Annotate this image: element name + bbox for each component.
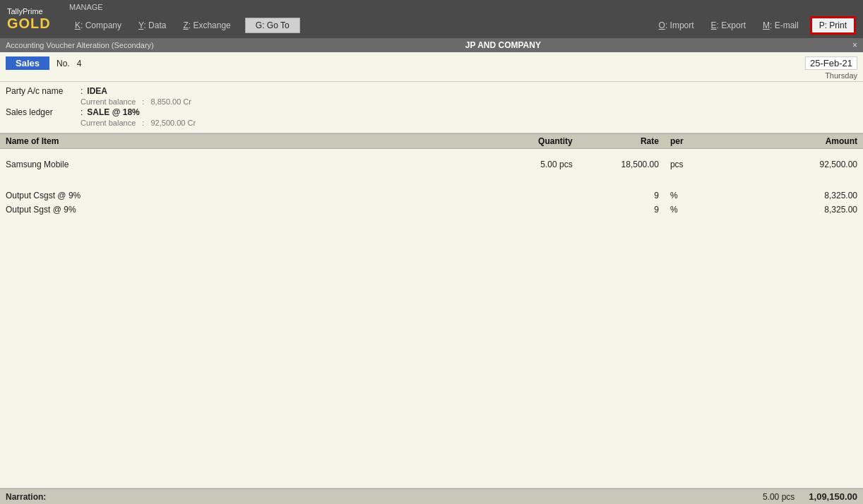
sub-header-left: Accounting Voucher Alteration (Secondary… [6, 41, 154, 49]
menu-data[interactable]: Y: Data [130, 18, 174, 33]
close-button[interactable]: × [852, 40, 857, 50]
brand-tally: TallyPrime [7, 7, 56, 16]
menu-bar: K: Company Y: Data Z: Exchange G: Go To … [64, 13, 863, 38]
sales-balance-row: Current balance : 92,500.00 Cr [81, 119, 857, 127]
sub-header: Accounting Voucher Alteration (Secondary… [0, 38, 863, 52]
items-table-container: Name of Item Quantity Rate per Amount Sa… [0, 133, 863, 488]
col-qty: Quantity [475, 134, 578, 149]
footer-bar: Narration: 5.00 pcs 1,09,150.00 [0, 488, 863, 504]
voucher-no-value: 4 [77, 59, 82, 68]
tax-rate: 9 [578, 203, 665, 217]
party-section: Party A/c name : IDEA Current balance : … [0, 82, 863, 133]
item-qty: 5.00 pcs [475, 157, 578, 172]
sales-ledger-value: SALE @ 18% [87, 107, 139, 117]
item-per: pcs [665, 157, 708, 172]
party-balance-value: 8,850.00 Cr [150, 97, 191, 106]
tax-per: % [665, 188, 708, 203]
party-balance-label: Current balance [81, 97, 136, 106]
items-table: Name of Item Quantity Rate per Amount Sa… [0, 133, 863, 217]
footer-total-qty: 5.00 pcs [763, 492, 794, 502]
tax-rate: 9 [578, 188, 665, 203]
menu-email[interactable]: M: E-mail [754, 18, 807, 33]
sales-balance-value: 92,500.00 Cr [150, 119, 196, 127]
tax-name: Output Csgst @ 9% [0, 188, 475, 203]
tax-amount: 8,325.00 [708, 203, 863, 217]
item-name: Samsung Mobile [0, 157, 475, 172]
top-bar: TallyPrime GOLD MANAGE K: Company Y: Dat… [0, 0, 863, 38]
menu-exchange[interactable]: Z: Exchange [174, 18, 239, 33]
sales-ledger-label: Sales ledger [6, 107, 76, 117]
col-rate: Rate [578, 134, 665, 149]
tax-row-csgst: Output Csgst @ 9% 9 % 8,325.00 [0, 188, 863, 203]
menu-company[interactable]: K: Company [66, 18, 130, 33]
manage-label: MANAGE [64, 0, 863, 13]
party-value: IDEA [87, 86, 107, 96]
voucher-header: Sales No. 4 25-Feb-21 Thursday [0, 52, 863, 82]
col-per: per [665, 134, 708, 149]
voucher-type-row: Sales No. 4 [6, 56, 81, 70]
table-row: Samsung Mobile 5.00 pcs 18,500.00 pcs 92… [0, 157, 863, 172]
logo-section: TallyPrime GOLD [0, 0, 64, 38]
item-rate: 18,500.00 [578, 157, 665, 172]
menu-import[interactable]: O: Import [650, 18, 703, 33]
footer-right: 5.00 pcs 1,09,150.00 [763, 491, 857, 502]
voucher-date: 25-Feb-21 [805, 56, 857, 70]
voucher-day: Thursday [805, 71, 857, 80]
col-amount: Amount [708, 134, 863, 149]
voucher-no-label: No. 4 [56, 59, 81, 68]
company-name: JP AND COMPANY [465, 40, 541, 50]
menu-right: O: Import E: Export M: E-mail P: Print [650, 16, 860, 35]
table-header: Name of Item Quantity Rate per Amount [0, 134, 863, 149]
narration-label: Narration: [6, 492, 46, 502]
voucher-date-section: 25-Feb-21 Thursday [805, 56, 857, 80]
sales-ledger-row: Sales ledger : SALE @ 18% [6, 107, 857, 117]
main-content: Sales No. 4 25-Feb-21 Thursday Party A/c… [0, 52, 863, 504]
table-body: Samsung Mobile 5.00 pcs 18,500.00 pcs 92… [0, 149, 863, 217]
tax-amount: 8,325.00 [708, 188, 863, 203]
menu-export[interactable]: E: Export [703, 18, 754, 33]
sales-balance-label: Current balance [81, 119, 136, 127]
print-button[interactable]: P: Print [810, 16, 856, 35]
tax-name: Output Sgst @ 9% [0, 203, 475, 217]
party-balance-row: Current balance : 8,850.00 Cr [81, 97, 857, 106]
party-row: Party A/c name : IDEA [6, 86, 857, 96]
col-name: Name of Item [0, 134, 475, 149]
party-label: Party A/c name [6, 86, 76, 96]
item-amount: 92,500.00 [708, 157, 863, 172]
tax-per: % [665, 203, 708, 217]
footer-total-amount: 1,09,150.00 [809, 491, 857, 502]
goto-button[interactable]: G: Go To [245, 18, 300, 33]
manage-section: MANAGE K: Company Y: Data Z: Exchange G:… [64, 0, 863, 38]
brand-gold: GOLD [7, 16, 56, 32]
tax-row-sgst: Output Sgst @ 9% 9 % 8,325.00 [0, 203, 863, 217]
voucher-type: Sales [6, 56, 49, 70]
